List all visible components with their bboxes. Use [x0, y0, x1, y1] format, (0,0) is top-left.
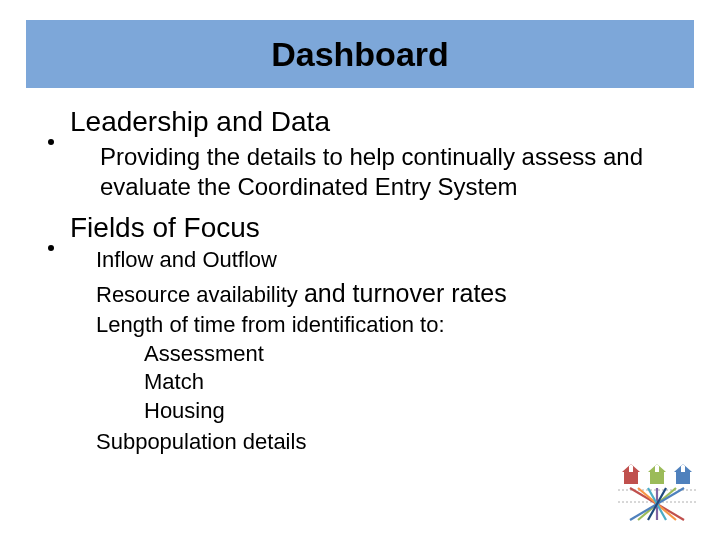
bullet-description: Providing the details to help continuall…	[100, 142, 690, 202]
bullet-fields: Fields of Focus	[40, 212, 690, 244]
svg-marker-8	[681, 464, 685, 472]
focus-sub-match: Match	[144, 368, 690, 397]
focus-line-subpopulation: Subpopulation details	[96, 428, 690, 457]
focus-sub-housing: Housing	[144, 397, 690, 426]
svg-rect-0	[624, 472, 638, 484]
focus-sub-assessment: Assessment	[144, 340, 690, 369]
title-bar: Dashboard	[26, 20, 694, 88]
focus-line-resource-b: and turnover rates	[304, 279, 507, 307]
svg-rect-6	[676, 472, 690, 484]
bullet-heading: Leadership and Data	[70, 106, 330, 138]
coordinated-entry-logo-icon	[618, 462, 696, 522]
page-title: Dashboard	[271, 35, 449, 74]
slide-content: Leadership and Data Providing the detail…	[40, 100, 690, 456]
bullet-dot-icon	[48, 245, 54, 251]
focus-line-inflow: Inflow and Outflow	[96, 246, 690, 275]
focus-line-resource: Resource availability and turnover rates	[96, 277, 690, 310]
bullet-dot-icon	[48, 139, 54, 145]
svg-marker-5	[655, 464, 659, 472]
bullet-heading: Fields of Focus	[70, 212, 260, 244]
svg-marker-2	[629, 464, 633, 472]
bullet-leadership: Leadership and Data	[40, 106, 690, 138]
svg-rect-3	[650, 472, 664, 484]
focus-line-length: Length of time from identification to:	[96, 311, 690, 340]
focus-line-resource-a: Resource availability	[96, 282, 304, 307]
